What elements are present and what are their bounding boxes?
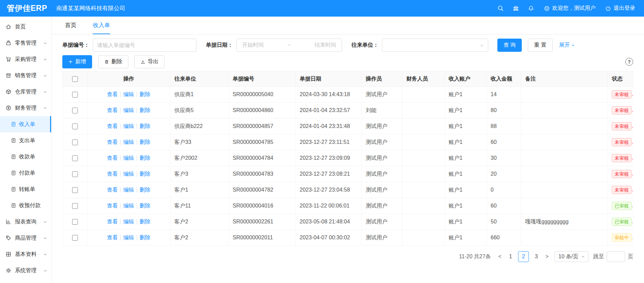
- delete-link[interactable]: 删除: [139, 123, 150, 129]
- sidebar-item-payment-bill[interactable]: 付款单: [0, 165, 51, 181]
- cell-bill-no: SR00000004782: [229, 182, 296, 198]
- page-button-2-current[interactable]: 2: [518, 251, 529, 262]
- sidebar-item-base-data[interactable]: 基本资料: [0, 246, 51, 262]
- edit-link[interactable]: 编辑: [123, 187, 134, 193]
- row-checkbox[interactable]: [72, 187, 78, 193]
- sidebar-item-goods[interactable]: 商品管理: [0, 230, 51, 246]
- edit-link[interactable]: 编辑: [123, 91, 134, 97]
- row-checkbox[interactable]: [72, 171, 78, 177]
- status-badge: 未审核: [612, 106, 631, 114]
- page-button-3[interactable]: 3: [531, 251, 542, 262]
- sidebar-item-reports[interactable]: 报表查询: [0, 214, 51, 230]
- tab-home[interactable]: 首页: [65, 17, 77, 34]
- top-header: 管伊佳ERP 南通某某网络科技有限公司 欢迎您，测试用户 退出登录: [0, 0, 644, 17]
- date-range-picker[interactable]: 开始时间 ~ 结束时间: [236, 39, 342, 52]
- edit-link[interactable]: 编辑: [123, 155, 134, 161]
- date-start-placeholder: 开始时间: [242, 42, 264, 49]
- view-link[interactable]: 查看: [107, 107, 118, 113]
- cell-operator: 测试用户: [362, 182, 402, 198]
- delete-link[interactable]: 删除: [139, 187, 150, 193]
- search-icon[interactable]: [497, 5, 504, 12]
- row-checkbox[interactable]: [72, 92, 78, 97]
- user-welcome[interactable]: 欢迎您，测试用户: [544, 5, 596, 12]
- view-link[interactable]: 查看: [107, 139, 118, 145]
- row-checkbox[interactable]: [72, 108, 78, 113]
- cell-partner: 客户2: [170, 214, 229, 230]
- delete-link[interactable]: 删除: [139, 107, 150, 113]
- edit-link[interactable]: 编辑: [123, 123, 134, 129]
- row-checkbox[interactable]: [72, 235, 78, 241]
- delete-link[interactable]: 删除: [139, 235, 150, 240]
- delete-button[interactable]: 删除: [98, 55, 128, 68]
- bell-icon[interactable]: [528, 5, 534, 12]
- cell-remark: [521, 134, 608, 150]
- edit-link[interactable]: 编辑: [123, 107, 134, 113]
- prev-page-button[interactable]: <: [496, 254, 504, 260]
- view-link[interactable]: 查看: [107, 91, 118, 97]
- box-icon: [5, 89, 12, 95]
- document-icon: [11, 154, 16, 159]
- table-row: 查看|编辑|删除 客户33 SR00000004785 2023-12-27 2…: [63, 134, 633, 150]
- select-all-checkbox[interactable]: [72, 76, 78, 82]
- delete-link[interactable]: 删除: [139, 91, 150, 97]
- cell-partner: 客户3: [170, 166, 229, 182]
- edit-link[interactable]: 编辑: [123, 235, 134, 240]
- sidebar-item-income-bill[interactable]: 收入单: [0, 116, 51, 132]
- sidebar-item-finance[interactable]: 财务管理: [0, 100, 51, 116]
- sidebar-item-advance-receipt[interactable]: 收预付款: [0, 197, 51, 214]
- edit-link[interactable]: 编辑: [123, 171, 134, 177]
- view-link[interactable]: 查看: [107, 203, 118, 209]
- sidebar-item-label: 采购管理: [15, 56, 37, 63]
- next-page-button[interactable]: >: [543, 254, 551, 260]
- sidebar-item-receipt-bill[interactable]: 收款单: [0, 149, 51, 165]
- tab-income-bill[interactable]: 收入单: [93, 17, 110, 34]
- bank-icon[interactable]: [513, 5, 519, 12]
- reset-button[interactable]: 重 置: [528, 39, 552, 52]
- view-link[interactable]: 查看: [107, 171, 118, 177]
- logout-button[interactable]: 退出登录: [605, 5, 635, 12]
- view-link[interactable]: 查看: [107, 187, 118, 193]
- add-button[interactable]: 新增: [62, 55, 92, 68]
- row-checkbox[interactable]: [72, 155, 78, 161]
- sidebar-item-transfer-bill[interactable]: 转账单: [0, 181, 51, 197]
- help-icon[interactable]: ?: [625, 58, 633, 66]
- sidebar-item-sales[interactable]: 销售管理: [0, 67, 51, 84]
- export-button[interactable]: 导出: [134, 55, 165, 68]
- row-checkbox[interactable]: [72, 203, 78, 209]
- sidebar-item-home[interactable]: 首页: [0, 19, 51, 35]
- cell-status: 已审核: [608, 214, 633, 230]
- delete-link[interactable]: 删除: [139, 219, 150, 224]
- expand-toggle[interactable]: 展开: [559, 42, 575, 49]
- search-button[interactable]: 查 询: [497, 39, 522, 52]
- gear-icon: [5, 267, 12, 274]
- partner-select[interactable]: [382, 39, 488, 52]
- page-size-select[interactable]: 10 条/页: [555, 251, 588, 262]
- view-link[interactable]: 查看: [107, 155, 118, 161]
- view-link[interactable]: 查看: [107, 219, 118, 224]
- delete-link[interactable]: 删除: [139, 139, 150, 145]
- row-checkbox[interactable]: [72, 219, 78, 225]
- sidebar-item-retail[interactable]: 零售管理: [0, 35, 51, 51]
- sidebar-item-label: 系统管理: [15, 267, 37, 274]
- delete-link[interactable]: 删除: [139, 155, 150, 161]
- page-button-1[interactable]: 1: [505, 251, 516, 262]
- sidebar-item-warehouse[interactable]: 仓库管理: [0, 84, 51, 100]
- edit-link[interactable]: 编辑: [123, 203, 134, 209]
- sidebar-item-system[interactable]: 系统管理: [0, 262, 51, 279]
- delete-link[interactable]: 删除: [139, 171, 150, 177]
- bill-no-input[interactable]: [93, 39, 196, 52]
- sidebar-item-label: 转账单: [19, 186, 35, 193]
- row-checkbox[interactable]: [72, 124, 78, 129]
- date-end-placeholder: 结束时间: [315, 42, 336, 49]
- delete-link[interactable]: 删除: [139, 203, 150, 209]
- view-link[interactable]: 查看: [107, 235, 118, 240]
- sidebar-item-purchase[interactable]: 采购管理: [0, 51, 51, 67]
- view-link[interactable]: 查看: [107, 123, 118, 129]
- edit-link[interactable]: 编辑: [123, 139, 134, 145]
- jump-page-input[interactable]: [607, 251, 625, 262]
- sidebar-item-expense-bill[interactable]: 支出单: [0, 132, 51, 149]
- row-checkbox[interactable]: [72, 139, 78, 145]
- bill-no-label: 单据编号：: [62, 42, 89, 49]
- edit-link[interactable]: 编辑: [123, 219, 134, 224]
- cell-status: 未审核: [608, 118, 633, 134]
